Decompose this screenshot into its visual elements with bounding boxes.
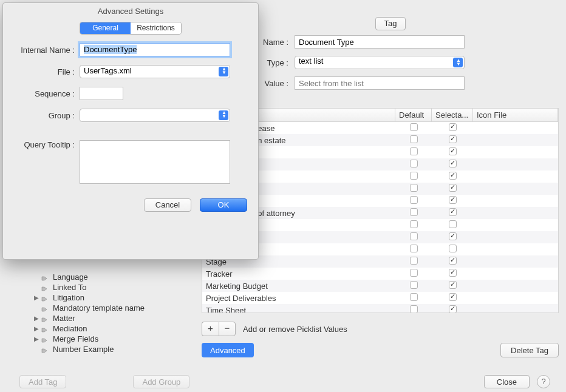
disclosure-icon[interactable]: ▶ xyxy=(34,315,41,322)
tab-general[interactable]: General xyxy=(80,22,131,34)
sidebar-item[interactable]: ▶Matter xyxy=(23,313,181,323)
tag-icon xyxy=(41,274,50,280)
tag-icon xyxy=(41,295,50,301)
sidebar-item-label: Mediation xyxy=(53,324,87,333)
tag-icon xyxy=(41,336,50,342)
th-iconfile[interactable]: Icon File xyxy=(473,109,558,121)
help-button[interactable]: ? xyxy=(537,375,550,388)
cell-default[interactable] xyxy=(395,147,432,157)
cell-default[interactable] xyxy=(395,232,432,242)
internal-name-label: Internal Name : xyxy=(9,46,80,55)
tag-toggle-button[interactable]: Tag xyxy=(375,17,406,30)
tooltip-label: Query Tooltip : xyxy=(9,140,80,149)
picklist-controls: + − Add or remove Picklist Values xyxy=(202,322,559,336)
sidebar-item[interactable]: ▶Litigation xyxy=(23,292,181,303)
cell-selectable[interactable] xyxy=(432,160,473,169)
dialog-title: Advanced Settings xyxy=(3,3,258,22)
delete-tag-button[interactable]: Delete Tag xyxy=(500,343,559,357)
bottom-left-buttons: Add Tag Add Group xyxy=(19,375,189,388)
cell-default[interactable] xyxy=(395,269,432,279)
th-selectable[interactable]: Selecta... xyxy=(432,109,473,121)
file-select[interactable]: UserTags.xml ▲▼ xyxy=(80,65,230,78)
cell-default[interactable] xyxy=(395,305,432,313)
add-group-button[interactable]: Add Group xyxy=(133,375,189,388)
tag-actions: Advanced Delete Tag xyxy=(202,343,559,357)
cell-default[interactable] xyxy=(395,245,432,254)
sidebar-item[interactable]: ▶Merge Fields xyxy=(23,334,181,344)
advanced-settings-dialog: Advanced Settings General Restrictions I… xyxy=(2,2,259,260)
cancel-button[interactable]: Cancel xyxy=(144,198,191,212)
ok-button[interactable]: OK xyxy=(200,198,247,212)
disclosure-icon[interactable]: ▶ xyxy=(34,294,41,301)
cell-selectable[interactable] xyxy=(432,135,473,145)
remove-picklist-button[interactable]: − xyxy=(219,322,236,336)
table-row[interactable]: Tracker xyxy=(202,268,558,280)
cell-selectable[interactable] xyxy=(432,269,473,279)
cell-selectable[interactable] xyxy=(432,281,473,291)
group-select[interactable]: ▲▼ xyxy=(80,109,230,122)
cell-default[interactable] xyxy=(395,160,432,169)
cell-default[interactable] xyxy=(395,257,432,266)
cell-selectable[interactable] xyxy=(432,257,473,266)
cell-selectable[interactable] xyxy=(432,220,473,230)
cell-default[interactable] xyxy=(395,172,432,181)
cell-selectable[interactable] xyxy=(432,305,473,313)
type-select[interactable]: text list ▲▼ xyxy=(295,56,465,69)
cell-value: Tracker xyxy=(202,269,395,279)
add-tag-button[interactable]: Add Tag xyxy=(19,375,66,388)
chevron-updown-icon: ▲▼ xyxy=(456,59,461,66)
advanced-button[interactable]: Advanced xyxy=(202,343,254,357)
sidebar-item-label: Litigation xyxy=(53,293,84,302)
cell-default[interactable] xyxy=(395,196,432,206)
cell-value: Marketing Budget xyxy=(202,282,395,291)
disclosure-icon[interactable]: ▶ xyxy=(34,336,41,342)
cell-selectable[interactable] xyxy=(432,172,473,181)
tooltip-textarea[interactable] xyxy=(80,140,230,184)
file-label: File : xyxy=(9,67,80,76)
cell-selectable[interactable] xyxy=(432,245,473,254)
tab-restrictions[interactable]: Restrictions xyxy=(131,22,181,34)
sidebar-item[interactable]: Language xyxy=(23,272,181,282)
cell-selectable[interactable] xyxy=(432,293,473,303)
file-select-value: UserTags.xml xyxy=(84,66,132,75)
table-row[interactable]: Time Sheet xyxy=(202,304,558,313)
cell-selectable[interactable] xyxy=(432,232,473,242)
cell-default[interactable] xyxy=(395,123,432,133)
cell-default[interactable] xyxy=(395,208,432,218)
disclosure-icon[interactable]: ▶ xyxy=(34,325,41,332)
sidebar-item-label: Mandatory template name xyxy=(53,303,145,313)
cell-default[interactable] xyxy=(395,184,432,194)
th-default[interactable]: Default xyxy=(395,109,432,121)
sidebar-item[interactable]: ▶Mediation xyxy=(23,323,181,334)
cell-default[interactable] xyxy=(395,293,432,303)
sidebar-item-label: Linked To xyxy=(53,283,86,292)
sidebar-item-label: Merge Fields xyxy=(53,334,98,343)
cell-selectable[interactable] xyxy=(432,208,473,218)
add-picklist-button[interactable]: + xyxy=(202,322,219,336)
internal-name-input[interactable]: DocumentType xyxy=(80,43,230,56)
sidebar-item[interactable]: Mandatory template name xyxy=(23,303,181,313)
cell-selectable[interactable] xyxy=(432,196,473,206)
sidebar-item[interactable]: Number Example xyxy=(23,344,181,354)
tag-icon xyxy=(41,346,50,353)
sequence-input[interactable] xyxy=(80,87,123,100)
tag-icon xyxy=(41,326,50,332)
sidebar-item-label: Number Example xyxy=(53,345,114,354)
cell-selectable[interactable] xyxy=(432,147,473,157)
name-input[interactable] xyxy=(295,35,465,49)
table-row[interactable]: Marketing Budget xyxy=(202,280,558,292)
cell-selectable[interactable] xyxy=(432,184,473,194)
tag-tree[interactable]: LanguageLinked To▶LitigationMandatory te… xyxy=(23,272,181,354)
sidebar-item[interactable]: Linked To xyxy=(23,282,181,292)
sidebar-item-label: Matter xyxy=(53,314,75,323)
tag-icon xyxy=(41,305,50,311)
cell-default[interactable] xyxy=(395,281,432,291)
cell-selectable[interactable] xyxy=(432,123,473,133)
chevron-updown-icon: ▲▼ xyxy=(222,111,227,118)
table-row[interactable]: Project Deliverables xyxy=(202,292,558,304)
value-input[interactable] xyxy=(295,76,465,90)
cell-value: Project Deliverables xyxy=(202,294,395,303)
cell-default[interactable] xyxy=(395,220,432,230)
cell-default[interactable] xyxy=(395,135,432,145)
close-button[interactable]: Close xyxy=(484,375,530,388)
